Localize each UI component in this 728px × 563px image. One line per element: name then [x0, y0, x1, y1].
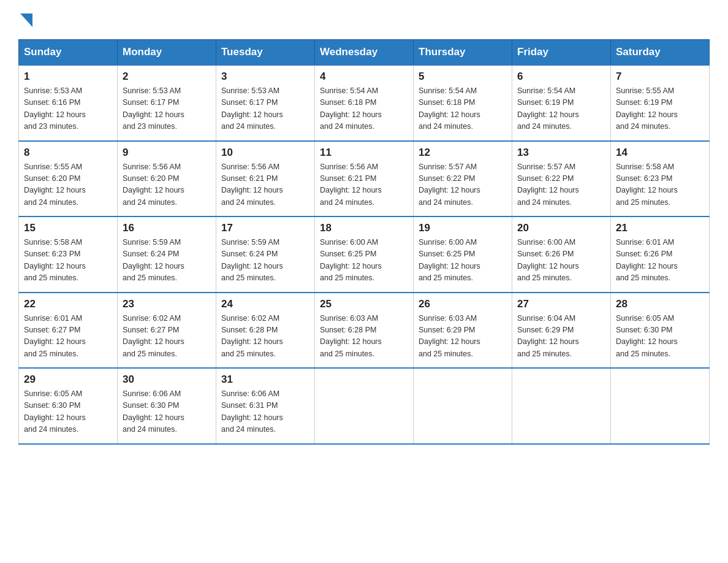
day-number: 28	[616, 298, 704, 310]
calendar-cell: 7Sunrise: 5:55 AMSunset: 6:19 PMDaylight…	[611, 65, 710, 141]
calendar-header-saturday: Saturday	[611, 40, 710, 66]
day-info: Sunrise: 6:03 AMSunset: 6:29 PMDaylight:…	[419, 313, 507, 361]
calendar-cell: 8Sunrise: 5:55 AMSunset: 6:20 PMDaylight…	[19, 141, 118, 217]
calendar-cell: 26Sunrise: 6:03 AMSunset: 6:29 PMDayligh…	[414, 293, 512, 369]
calendar-cell: 21Sunrise: 6:01 AMSunset: 6:26 PMDayligh…	[611, 216, 710, 293]
day-number: 22	[24, 298, 112, 310]
logo	[18, 12, 32, 27]
day-number: 25	[320, 298, 408, 310]
day-info: Sunrise: 6:01 AMSunset: 6:27 PMDaylight:…	[24, 313, 112, 361]
calendar-week-row: 29Sunrise: 6:05 AMSunset: 6:30 PMDayligh…	[19, 368, 710, 444]
calendar-header-tuesday: Tuesday	[216, 40, 315, 66]
day-number: 21	[616, 222, 704, 234]
logo-triangle-icon	[20, 13, 32, 27]
calendar-cell	[315, 368, 414, 444]
calendar-cell	[611, 368, 710, 444]
day-number: 2	[123, 71, 211, 83]
calendar-header-monday: Monday	[118, 40, 216, 66]
calendar-header-wednesday: Wednesday	[315, 40, 414, 66]
calendar-cell	[512, 368, 611, 444]
day-number: 13	[517, 147, 605, 159]
day-number: 24	[221, 298, 309, 310]
day-info: Sunrise: 5:55 AMSunset: 6:19 PMDaylight:…	[616, 85, 704, 133]
day-number: 5	[419, 71, 507, 83]
day-number: 29	[24, 373, 112, 386]
day-info: Sunrise: 6:01 AMSunset: 6:26 PMDaylight:…	[616, 237, 704, 285]
calendar-cell: 13Sunrise: 5:57 AMSunset: 6:22 PMDayligh…	[512, 141, 611, 217]
day-info: Sunrise: 5:53 AMSunset: 6:17 PMDaylight:…	[221, 85, 309, 133]
calendar-cell: 2Sunrise: 5:53 AMSunset: 6:17 PMDaylight…	[118, 65, 216, 141]
day-info: Sunrise: 6:06 AMSunset: 6:30 PMDaylight:…	[123, 388, 211, 436]
calendar-cell: 15Sunrise: 5:58 AMSunset: 6:23 PMDayligh…	[19, 216, 118, 293]
day-number: 27	[517, 298, 605, 310]
calendar-cell: 23Sunrise: 6:02 AMSunset: 6:27 PMDayligh…	[118, 293, 216, 369]
day-info: Sunrise: 6:04 AMSunset: 6:29 PMDaylight:…	[517, 313, 605, 361]
day-info: Sunrise: 5:54 AMSunset: 6:19 PMDaylight:…	[517, 85, 605, 133]
calendar-cell: 3Sunrise: 5:53 AMSunset: 6:17 PMDaylight…	[216, 65, 315, 141]
day-info: Sunrise: 5:57 AMSunset: 6:22 PMDaylight:…	[419, 161, 507, 209]
calendar-cell	[414, 368, 512, 444]
day-number: 31	[221, 373, 309, 386]
day-number: 26	[419, 298, 507, 310]
calendar-cell: 11Sunrise: 5:56 AMSunset: 6:21 PMDayligh…	[315, 141, 414, 217]
calendar-cell: 19Sunrise: 6:00 AMSunset: 6:25 PMDayligh…	[414, 216, 512, 293]
day-number: 1	[24, 71, 112, 83]
day-info: Sunrise: 5:54 AMSunset: 6:18 PMDaylight:…	[419, 85, 507, 133]
svg-marker-0	[20, 13, 32, 27]
calendar-cell: 12Sunrise: 5:57 AMSunset: 6:22 PMDayligh…	[414, 141, 512, 217]
day-number: 9	[123, 147, 211, 159]
calendar-cell: 4Sunrise: 5:54 AMSunset: 6:18 PMDaylight…	[315, 65, 414, 141]
day-number: 17	[221, 222, 309, 234]
calendar-week-row: 15Sunrise: 5:58 AMSunset: 6:23 PMDayligh…	[19, 216, 710, 293]
day-number: 15	[24, 222, 112, 234]
calendar-cell: 29Sunrise: 6:05 AMSunset: 6:30 PMDayligh…	[19, 368, 118, 444]
calendar-cell: 20Sunrise: 6:00 AMSunset: 6:26 PMDayligh…	[512, 216, 611, 293]
day-number: 3	[221, 71, 309, 83]
day-info: Sunrise: 5:53 AMSunset: 6:17 PMDaylight:…	[123, 85, 211, 133]
day-number: 10	[221, 147, 309, 159]
day-info: Sunrise: 6:06 AMSunset: 6:31 PMDaylight:…	[221, 388, 309, 436]
day-info: Sunrise: 5:57 AMSunset: 6:22 PMDaylight:…	[517, 161, 605, 209]
calendar-header-row: SundayMondayTuesdayWednesdayThursdayFrid…	[19, 40, 710, 66]
day-info: Sunrise: 5:59 AMSunset: 6:24 PMDaylight:…	[123, 237, 211, 285]
calendar-week-row: 8Sunrise: 5:55 AMSunset: 6:20 PMDaylight…	[19, 141, 710, 217]
calendar-header-thursday: Thursday	[414, 40, 512, 66]
day-info: Sunrise: 6:00 AMSunset: 6:25 PMDaylight:…	[320, 237, 408, 285]
calendar-cell: 31Sunrise: 6:06 AMSunset: 6:31 PMDayligh…	[216, 368, 315, 444]
day-number: 19	[419, 222, 507, 234]
calendar-header-friday: Friday	[512, 40, 611, 66]
day-number: 11	[320, 147, 408, 159]
calendar-cell: 17Sunrise: 5:59 AMSunset: 6:24 PMDayligh…	[216, 216, 315, 293]
page-header	[18, 12, 710, 27]
day-number: 14	[616, 147, 704, 159]
day-info: Sunrise: 5:55 AMSunset: 6:20 PMDaylight:…	[24, 161, 112, 209]
day-info: Sunrise: 5:53 AMSunset: 6:16 PMDaylight:…	[24, 85, 112, 133]
day-info: Sunrise: 5:58 AMSunset: 6:23 PMDaylight:…	[24, 237, 112, 285]
day-number: 20	[517, 222, 605, 234]
calendar-week-row: 22Sunrise: 6:01 AMSunset: 6:27 PMDayligh…	[19, 293, 710, 369]
calendar-cell: 16Sunrise: 5:59 AMSunset: 6:24 PMDayligh…	[118, 216, 216, 293]
calendar-table: SundayMondayTuesdayWednesdayThursdayFrid…	[18, 39, 710, 445]
day-info: Sunrise: 6:00 AMSunset: 6:25 PMDaylight:…	[419, 237, 507, 285]
day-number: 30	[123, 373, 211, 386]
calendar-cell: 1Sunrise: 5:53 AMSunset: 6:16 PMDaylight…	[19, 65, 118, 141]
calendar-header-sunday: Sunday	[19, 40, 118, 66]
calendar-cell: 25Sunrise: 6:03 AMSunset: 6:28 PMDayligh…	[315, 293, 414, 369]
day-info: Sunrise: 5:58 AMSunset: 6:23 PMDaylight:…	[616, 161, 704, 209]
calendar-cell: 5Sunrise: 5:54 AMSunset: 6:18 PMDaylight…	[414, 65, 512, 141]
day-info: Sunrise: 6:02 AMSunset: 6:28 PMDaylight:…	[221, 313, 309, 361]
day-number: 6	[517, 71, 605, 83]
day-info: Sunrise: 5:56 AMSunset: 6:20 PMDaylight:…	[123, 161, 211, 209]
calendar-cell: 10Sunrise: 5:56 AMSunset: 6:21 PMDayligh…	[216, 141, 315, 217]
day-number: 8	[24, 147, 112, 159]
day-info: Sunrise: 5:56 AMSunset: 6:21 PMDaylight:…	[320, 161, 408, 209]
calendar-cell: 9Sunrise: 5:56 AMSunset: 6:20 PMDaylight…	[118, 141, 216, 217]
day-number: 16	[123, 222, 211, 234]
calendar-cell: 6Sunrise: 5:54 AMSunset: 6:19 PMDaylight…	[512, 65, 611, 141]
day-number: 7	[616, 71, 704, 83]
calendar-cell: 18Sunrise: 6:00 AMSunset: 6:25 PMDayligh…	[315, 216, 414, 293]
day-number: 4	[320, 71, 408, 83]
day-info: Sunrise: 5:56 AMSunset: 6:21 PMDaylight:…	[221, 161, 309, 209]
calendar-cell: 28Sunrise: 6:05 AMSunset: 6:30 PMDayligh…	[611, 293, 710, 369]
day-number: 23	[123, 298, 211, 310]
